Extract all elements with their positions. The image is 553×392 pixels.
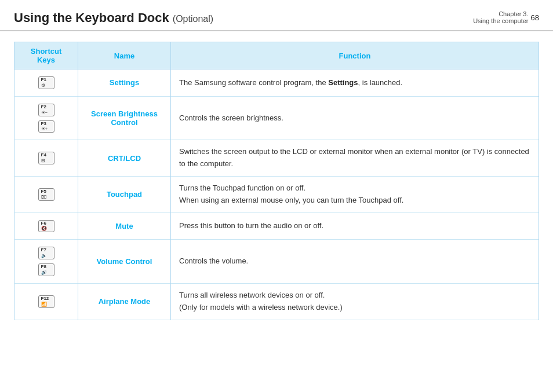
shortcut-table: Shortcut Keys Name Function F1⚙SettingsT… [14,42,539,320]
page-header: Using the Keyboard Dock (Optional) Chapt… [0,0,553,31]
cell-name: Mute [78,213,171,240]
table-row: F7🔈F8🔊Volume ControlControls the volume. [14,240,539,284]
title-text: Using the Keyboard Dock [14,10,169,25]
chapter-sub: Using the computer [473,17,528,24]
table-row: F5⌧TouchpadTurns the Touchpad function o… [14,176,539,213]
cell-keys: F4⊟ [14,140,78,177]
chapter-text-block: Chapter 3. Using the computer [473,10,528,24]
cell-keys: F12📶 [14,283,78,320]
cell-name: Airplane Mode [78,283,171,320]
cell-name: CRT/LCD [78,140,171,177]
key-icon: F8🔊 [38,263,54,276]
key-icon: F7🔈 [38,247,54,259]
cell-keys: F6🔇 [14,213,78,240]
cell-function: Turns the Touchpad function on or off.Wh… [171,176,539,213]
key-icon: F4⊟ [38,152,54,164]
table-row: F6🔇MutePress this button to turn the aud… [14,213,539,240]
title-suffix: (Optional) [173,14,213,24]
key-icon: F6🔇 [38,220,54,233]
key-icon: F2☀− [38,104,54,116]
page-wrapper: Using the Keyboard Dock (Optional) Chapt… [0,0,553,334]
cell-name: Screen Brightness Control [78,96,171,140]
key-icon: F12📶 [38,295,54,308]
chapter-info: Chapter 3. Using the computer 68 [473,10,539,24]
key-icon: F3☀+ [38,120,54,133]
cell-function: Controls the screen brightness. [171,96,539,140]
cell-keys: F7🔈F8🔊 [14,240,78,284]
cell-function: Press this button to turn the audio on o… [171,213,539,240]
table-header-row: Shortcut Keys Name Function [14,42,539,69]
cell-function: Turns all wireless network devices on or… [171,283,539,320]
col-header-name: Name [78,42,171,69]
cell-keys: F1⚙ [14,69,78,97]
page-title-area: Using the Keyboard Dock (Optional) [14,10,213,25]
content-area: Shortcut Keys Name Function F1⚙SettingsT… [0,31,553,334]
col-header-keys: Shortcut Keys [14,42,78,69]
table-row: F12📶Airplane ModeTurns all wireless netw… [14,283,539,320]
col-header-function: Function [171,42,539,69]
table-row: F2☀−F3☀+Screen Brightness ControlControl… [14,96,539,140]
cell-function: Switches the screen output to the LCD or… [171,140,539,177]
chapter-label: Chapter 3. [473,10,528,17]
table-row: F4⊟CRT/LCDSwitches the screen output to … [14,140,539,177]
key-icon: F5⌧ [38,188,54,201]
cell-name: Volume Control [78,240,171,284]
cell-function: The Samsung software control program, th… [171,69,539,97]
chapter-number: 68 [531,13,539,22]
key-icon: F1⚙ [38,76,54,89]
page-title: Using the Keyboard Dock (Optional) [14,10,213,25]
cell-keys: F2☀−F3☀+ [14,96,78,140]
cell-name: Settings [78,69,171,97]
table-row: F1⚙SettingsThe Samsung software control … [14,69,539,97]
cell-function: Controls the volume. [171,240,539,284]
cell-keys: F5⌧ [14,176,78,213]
cell-name: Touchpad [78,176,171,213]
